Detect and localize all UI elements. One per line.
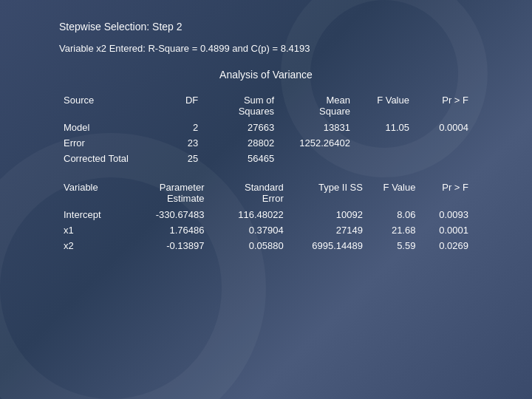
anova-source-total: Corrected Total	[59, 151, 160, 166]
param-table: Variable ParameterEstimate StandardError…	[59, 180, 473, 253]
anova-row-error: Error 23 28802 1252.26402	[59, 135, 473, 151]
anova-col-fval-header: F Value	[355, 92, 414, 120]
param-col-stderr-header: StandardError	[209, 180, 288, 207]
param-fval-x2: 5.59	[367, 238, 420, 253]
anova-fval-error	[355, 135, 414, 151]
anova-pr-model: 0.0004	[414, 120, 473, 135]
param-estimate-intercept: -330.67483	[129, 207, 208, 222]
param-pr-intercept: 0.0093	[420, 207, 473, 222]
anova-ms-error: 1252.26402	[279, 135, 355, 151]
anova-fval-model: 11.05	[355, 120, 414, 135]
anova-table: Source DF Sum ofSquares MeanSquare F Val…	[59, 92, 473, 166]
param-fval-x1: 21.68	[367, 222, 420, 238]
analysis-title: Analysis of Variance	[59, 69, 473, 81]
param-var-intercept: Intercept	[59, 207, 129, 222]
anova-col-source-header: Source	[59, 92, 160, 120]
anova-col-ms-header: MeanSquare	[279, 92, 355, 120]
table-separator	[59, 166, 473, 180]
param-pr-x2: 0.0269	[420, 238, 473, 253]
anova-source-error: Error	[59, 135, 160, 151]
anova-ms-model: 13831	[279, 120, 355, 135]
param-typess-x2: 6995.14489	[288, 238, 367, 253]
param-col-fval-header: F Value	[367, 180, 420, 207]
param-row-x1: x1 1.76486 0.37904 27149 21.68 0.0001	[59, 222, 473, 238]
param-estimate-x2: -0.13897	[129, 238, 208, 253]
anova-pr-error	[414, 135, 473, 151]
param-var-x2: x2	[59, 238, 129, 253]
anova-ss-total: 56465	[202, 151, 279, 166]
param-stderr-intercept: 116.48022	[209, 207, 288, 222]
anova-df-error: 23	[160, 135, 202, 151]
param-col-typess-header: Type II SS	[288, 180, 367, 207]
anova-ms-total	[279, 151, 355, 166]
anova-row-total: Corrected Total 25 56465	[59, 151, 473, 166]
param-header-row: Variable ParameterEstimate StandardError…	[59, 180, 473, 207]
anova-fval-total	[355, 151, 414, 166]
param-pr-x1: 0.0001	[420, 222, 473, 238]
anova-df-model: 2	[160, 120, 202, 135]
anova-row-model: Model 2 27663 13831 11.05 0.0004	[59, 120, 473, 135]
param-estimate-x1: 1.76486	[129, 222, 208, 238]
param-stderr-x2: 0.05880	[209, 238, 288, 253]
param-row-x2: x2 -0.13897 0.05880 6995.14489 5.59 0.02…	[59, 238, 473, 253]
anova-col-ss-header: Sum ofSquares	[202, 92, 279, 120]
anova-df-total: 25	[160, 151, 202, 166]
param-fval-intercept: 8.06	[367, 207, 420, 222]
param-row-intercept: Intercept -330.67483 116.48022 10092 8.0…	[59, 207, 473, 222]
param-col-var-header: Variable	[59, 180, 129, 207]
anova-source-model: Model	[59, 120, 160, 135]
main-container: Stepwise Selection: Step 2 Variable x2 E…	[0, 0, 532, 274]
anova-col-df-header: DF	[160, 92, 202, 120]
anova-pr-total	[414, 151, 473, 166]
param-col-estimate-header: ParameterEstimate	[129, 180, 208, 207]
anova-ss-error: 28802	[202, 135, 279, 151]
param-var-x1: x1	[59, 222, 129, 238]
param-typess-intercept: 10092	[288, 207, 367, 222]
section-title: Stepwise Selection: Step 2	[59, 21, 473, 33]
anova-header-row: Source DF Sum ofSquares MeanSquare F Val…	[59, 92, 473, 120]
variable-entered: Variable x2 Entered: R-Square = 0.4899 a…	[59, 43, 473, 54]
param-stderr-x1: 0.37904	[209, 222, 288, 238]
param-col-pr-header: Pr > F	[420, 180, 473, 207]
param-typess-x1: 27149	[288, 222, 367, 238]
anova-ss-model: 27663	[202, 120, 279, 135]
anova-col-pr-header: Pr > F	[414, 92, 473, 120]
